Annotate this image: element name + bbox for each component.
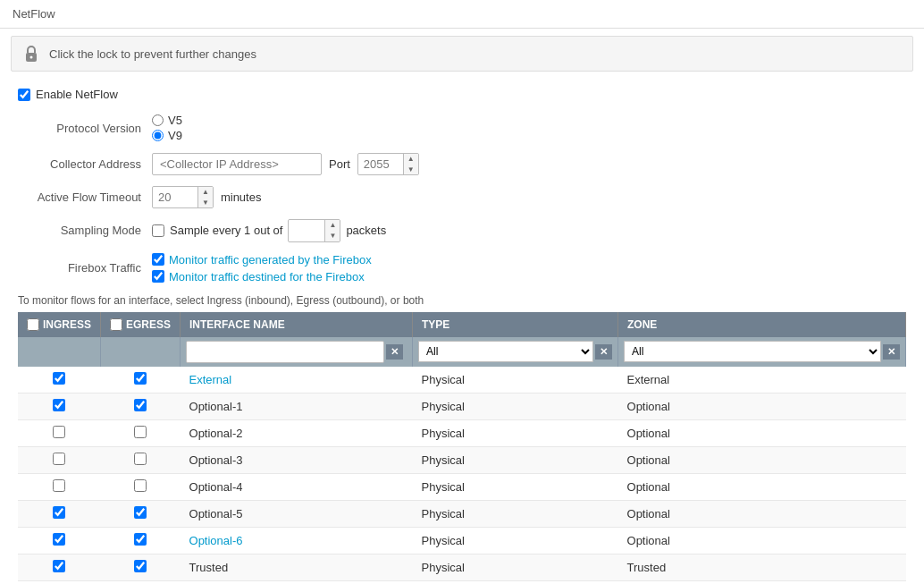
port-spinner-arrows: ▲ ▼ bbox=[403, 154, 418, 174]
timeout-arrows: ▲ ▼ bbox=[197, 187, 213, 207]
collector-address-label: Collector Address bbox=[18, 157, 152, 171]
row-1-type: Physical bbox=[413, 393, 618, 419]
timeout-up-arrow[interactable]: ▲ bbox=[198, 187, 213, 198]
row-4-zone: Optional bbox=[618, 473, 906, 500]
row-0-interface-link[interactable]: External bbox=[189, 373, 232, 386]
row-6-ingress-cell bbox=[18, 527, 101, 554]
row-6-interface-link[interactable]: Optional-6 bbox=[189, 534, 243, 547]
firebox-destined-item: Monitor traffic destined for the Firebox bbox=[152, 270, 372, 284]
header-interface-name-label: INTERFACE NAME bbox=[189, 318, 285, 331]
filter-interface-clear-btn[interactable]: ✕ bbox=[386, 344, 403, 360]
timeout-input[interactable] bbox=[153, 187, 197, 207]
enable-netflow-checkbox[interactable] bbox=[18, 89, 30, 101]
row-1-zone: Optional bbox=[618, 393, 906, 419]
filter-type-cell: All Physical Virtual ✕ bbox=[413, 337, 618, 367]
row-1-interface-name: Optional-1 bbox=[181, 393, 413, 419]
row-5-egress-cell bbox=[101, 500, 181, 527]
firebox-generated-label: Monitor traffic generated by the Firebox bbox=[169, 253, 372, 267]
sampling-mode-text: Sample every 1 out of bbox=[170, 224, 282, 237]
filter-interface-input[interactable] bbox=[186, 341, 384, 363]
sampling-value-input[interactable] bbox=[289, 220, 324, 241]
filter-interface-wrap: ✕ bbox=[186, 341, 407, 363]
protocol-version-row: Protocol Version V5 V9 bbox=[18, 114, 906, 142]
page-title: NetFlow bbox=[13, 7, 55, 21]
filter-type-clear-btn[interactable]: ✕ bbox=[595, 344, 612, 360]
filter-interface-cell: ✕ bbox=[181, 337, 413, 367]
header-ingress-label: INGRESS bbox=[43, 318, 91, 331]
sampling-spinner: ▲ ▼ bbox=[288, 219, 340, 241]
page-container: NetFlow Click the lock to prevent furthe… bbox=[0, 0, 924, 584]
row-0-type: Physical bbox=[413, 367, 618, 394]
row-0-egress-cell bbox=[101, 367, 181, 394]
header-type-label: TYPE bbox=[422, 318, 449, 331]
table-body: ExternalPhysicalExternalOptional-1Physic… bbox=[18, 367, 906, 581]
firebox-generated-checkbox[interactable] bbox=[152, 253, 164, 266]
table-row: Optional-3PhysicalOptional bbox=[18, 446, 906, 473]
row-0-ingress-checkbox[interactable] bbox=[53, 372, 65, 385]
row-4-ingress-checkbox[interactable] bbox=[53, 479, 65, 492]
row-4-egress-checkbox[interactable] bbox=[134, 479, 147, 492]
sampling-mode-row: Sampling Mode Sample every 1 out of ▲ ▼ … bbox=[18, 219, 906, 241]
row-7-egress-checkbox[interactable] bbox=[134, 560, 147, 572]
table-row: Optional-1PhysicalOptional bbox=[18, 393, 906, 419]
row-0-zone: External bbox=[618, 367, 906, 394]
row-3-egress-cell bbox=[101, 446, 181, 473]
collector-address-inputs: Port ▲ ▼ bbox=[152, 153, 419, 175]
row-5-ingress-checkbox[interactable] bbox=[53, 506, 65, 519]
protocol-v9-radio[interactable] bbox=[152, 130, 164, 141]
active-flow-timeout-label: Active Flow Timeout bbox=[18, 190, 152, 204]
firebox-destined-checkbox[interactable] bbox=[152, 270, 164, 283]
row-0-egress-checkbox[interactable] bbox=[134, 372, 147, 385]
enable-netflow-label: Enable NetFlow bbox=[36, 88, 118, 101]
port-up-arrow[interactable]: ▲ bbox=[404, 154, 418, 165]
row-6-ingress-checkbox[interactable] bbox=[53, 533, 65, 546]
collector-ip-input[interactable] bbox=[152, 153, 322, 175]
port-down-arrow[interactable]: ▼ bbox=[404, 165, 418, 175]
row-6-interface-name: Optional-6 bbox=[181, 527, 413, 554]
protocol-v5-radio[interactable] bbox=[152, 114, 164, 126]
row-2-egress-cell bbox=[101, 419, 181, 446]
row-4-ingress-cell bbox=[18, 473, 101, 500]
row-7-type: Physical bbox=[413, 554, 618, 580]
header-type: TYPE bbox=[413, 312, 618, 337]
sampling-mode-checkbox[interactable] bbox=[152, 224, 164, 237]
timeout-spinner: ▲ ▼ bbox=[152, 186, 214, 208]
filter-zone-clear-btn[interactable]: ✕ bbox=[883, 344, 900, 360]
firebox-traffic-options: Monitor traffic generated by the Firebox… bbox=[152, 253, 372, 284]
filter-zone-select[interactable]: All External Optional Trusted bbox=[624, 341, 881, 362]
header-egress-checkbox[interactable] bbox=[110, 318, 122, 331]
row-3-ingress-checkbox[interactable] bbox=[53, 453, 65, 465]
row-7-ingress-checkbox[interactable] bbox=[53, 560, 65, 572]
sampling-up-arrow[interactable]: ▲ bbox=[325, 220, 340, 231]
row-3-interface-name: Optional-3 bbox=[181, 446, 413, 473]
sampling-down-arrow[interactable]: ▼ bbox=[325, 231, 340, 241]
timeout-down-arrow[interactable]: ▼ bbox=[198, 198, 213, 208]
row-5-interface-name: Optional-5 bbox=[181, 500, 413, 527]
row-1-egress-checkbox[interactable] bbox=[134, 399, 147, 411]
row-1-egress-cell bbox=[101, 393, 181, 419]
table-row: TrustedPhysicalTrusted bbox=[18, 554, 906, 580]
row-6-egress-checkbox[interactable] bbox=[134, 533, 147, 546]
main-content: Enable NetFlow Protocol Version V5 V9 Co… bbox=[0, 79, 924, 584]
row-1-ingress-checkbox[interactable] bbox=[53, 399, 65, 411]
row-2-ingress-checkbox[interactable] bbox=[53, 426, 65, 438]
header-zone: ZONE bbox=[618, 312, 906, 337]
timeout-unit-label: minutes bbox=[221, 190, 262, 204]
row-1-ingress-cell bbox=[18, 393, 101, 419]
filter-type-select[interactable]: All Physical Virtual bbox=[418, 341, 593, 362]
header-ingress: INGRESS bbox=[18, 312, 101, 337]
port-spinner: ▲ ▼ bbox=[357, 153, 419, 175]
row-5-egress-checkbox[interactable] bbox=[134, 506, 147, 519]
row-3-egress-checkbox[interactable] bbox=[134, 453, 147, 465]
enable-netflow-row: Enable NetFlow bbox=[18, 88, 906, 101]
table-filter-row: ✕ All Physical Virtual ✕ bbox=[18, 337, 906, 367]
header-ingress-checkbox[interactable] bbox=[27, 318, 39, 331]
table-header-row: INGRESS EGRESS INTERFACE NAME TYPE bbox=[18, 312, 906, 337]
header-interface-name: INTERFACE NAME bbox=[181, 312, 413, 337]
row-2-egress-checkbox[interactable] bbox=[134, 426, 147, 438]
row-6-egress-cell bbox=[101, 527, 181, 554]
protocol-version-label: Protocol Version bbox=[18, 122, 152, 135]
row-3-type: Physical bbox=[413, 446, 618, 473]
port-input[interactable] bbox=[358, 154, 403, 174]
firebox-generated-item: Monitor traffic generated by the Firebox bbox=[152, 253, 372, 267]
